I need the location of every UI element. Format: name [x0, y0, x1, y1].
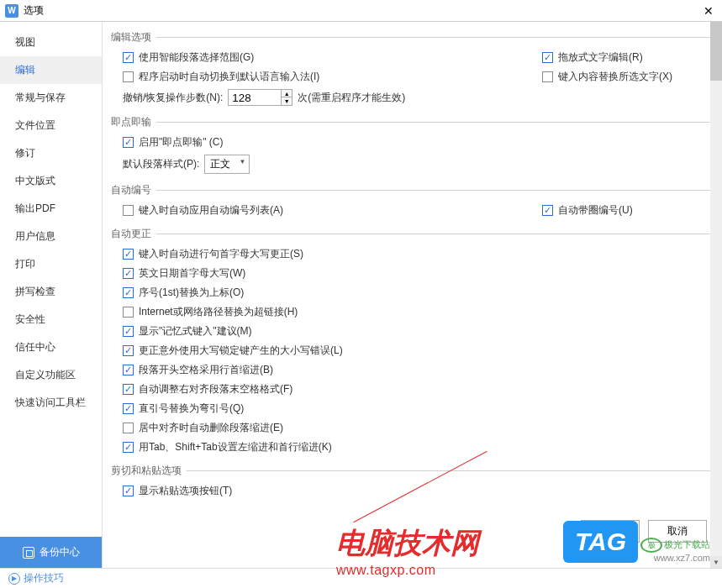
backup-icon	[23, 547, 34, 559]
window-title: 选项	[24, 3, 700, 18]
sidebar-item-security[interactable]: 安全性	[0, 306, 102, 333]
sidebar: 视图 编辑 常规与保存 文件位置 修订 中文版式 输出PDF 用户信息 打印 拼…	[0, 22, 103, 568]
checkbox-label: 键入内容替换所选文字(X)	[558, 70, 672, 84]
button-label: 确定	[600, 525, 620, 537]
content-panel: 编辑选项 使用智能段落选择范围(G) 拖放式文字编辑(R) 程序启动时自动切换到…	[103, 22, 722, 568]
group-title: 自动更正	[111, 227, 151, 241]
sidebar-label: 编辑	[15, 64, 35, 76]
undo-label: 撤销/恢复操作步数(N):	[123, 91, 223, 105]
group-autocorrect: 自动更正 键入时自动进行句首字母大写更正(S) 英文日期首字母大写(W) 序号(…	[111, 227, 710, 460]
checkbox-label: 更正意外使用大写锁定键产生的大小写错误(L)	[139, 344, 343, 358]
tips-link[interactable]: ▶ 操作技巧	[8, 571, 64, 585]
checkbox-cap-date[interactable]	[123, 268, 134, 279]
checkbox-show-paste-btn[interactable]	[123, 486, 134, 496]
sidebar-item-cjk[interactable]: 中文版式	[0, 167, 102, 195]
sidebar-label: 用户信息	[15, 230, 55, 242]
checkbox-memory[interactable]	[123, 326, 134, 337]
checkbox-replace-sel[interactable]	[542, 71, 553, 82]
checkbox-ordinal[interactable]	[123, 287, 134, 298]
titlebar: W 选项 ✕	[0, 0, 722, 22]
backup-label: 备份中心	[40, 545, 80, 559]
checkbox-smart-quote[interactable]	[123, 403, 134, 414]
sidebar-label: 快速访问工具栏	[15, 396, 86, 408]
group-title: 即点即输	[111, 115, 151, 129]
checkbox-capslock[interactable]	[123, 345, 134, 356]
checkbox-label: 序号(1st)替换为上标(O)	[139, 286, 244, 300]
checkbox-tab-indent[interactable]	[123, 442, 134, 453]
checkbox-del-indent[interactable]	[123, 423, 134, 433]
sidebar-item-spell[interactable]: 拼写检查	[0, 278, 102, 306]
sidebar-item-view[interactable]: 视图	[0, 29, 102, 56]
checkbox-label: 自动调整右对齐段落末空格格式(F)	[139, 382, 292, 396]
scrollbar[interactable]: ▲ ▼	[710, 22, 722, 568]
checkbox-drag-edit[interactable]	[542, 52, 553, 63]
checkbox-label: 程序启动时自动切换到默认语言输入法(I)	[139, 70, 319, 84]
ok-button[interactable]: 确定	[581, 520, 640, 543]
sidebar-label: 输出PDF	[15, 202, 55, 214]
backup-button[interactable]: 备份中心	[0, 537, 102, 568]
checkbox-smart-select[interactable]	[123, 52, 134, 63]
checkbox-label: 拖放式文字编辑(R)	[558, 50, 643, 65]
sidebar-label: 安全性	[15, 313, 45, 325]
checkbox-label: 启用"即点即输" (C)	[139, 135, 224, 150]
sidebar-item-userinfo[interactable]: 用户信息	[0, 223, 102, 250]
app-icon: W	[5, 4, 18, 18]
checkbox-label: 自动带圈编号(U)	[558, 203, 633, 218]
footer: ▶ 操作技巧	[0, 568, 722, 588]
sidebar-label: 信任中心	[15, 341, 55, 353]
sidebar-label: 中文版式	[15, 175, 55, 186]
style-label: 默认段落样式(P):	[123, 157, 199, 171]
sidebar-item-print[interactable]: 打印	[0, 250, 102, 278]
sidebar-item-edit[interactable]: 编辑	[0, 56, 102, 84]
undo-hint: 次(需重启程序才能生效)	[298, 91, 405, 105]
dialog-buttons: 确定 取消	[581, 520, 707, 543]
sidebar-item-qat[interactable]: 快速访问工具栏	[0, 389, 102, 417]
cancel-button[interactable]: 取消	[648, 520, 707, 543]
sidebar-item-trust[interactable]: 信任中心	[0, 333, 102, 361]
checkbox-label: Internet或网络路径替换为超链接(H)	[139, 305, 298, 319]
group-instant: 即点即输 启用"即点即输" (C) 默认段落样式(P): 正文	[111, 115, 710, 180]
group-autonum: 自动编号 键入时自动应用自动编号列表(A) 自动带圈编号(U)	[111, 183, 710, 223]
checkbox-indent-space[interactable]	[123, 365, 134, 375]
checkbox-circle-num[interactable]	[542, 205, 553, 216]
sidebar-label: 拼写检查	[15, 286, 55, 297]
button-label: 取消	[667, 525, 688, 537]
tips-label: 操作技巧	[24, 571, 64, 585]
scroll-down-icon[interactable]: ▼	[710, 556, 722, 568]
checkbox-label: 用Tab、Shift+Tab设置左缩进和首行缩进(K)	[139, 440, 332, 454]
sidebar-item-pdf[interactable]: 输出PDF	[0, 195, 102, 223]
checkbox-label: 使用智能段落选择范围(G)	[139, 50, 254, 65]
checkbox-cap-first[interactable]	[123, 249, 134, 260]
group-title: 自动编号	[111, 183, 151, 197]
checkbox-label: 显示"记忆式键入"建议(M)	[139, 324, 252, 339]
checkbox-hyperlink[interactable]	[123, 307, 134, 318]
sidebar-item-customize[interactable]: 自定义功能区	[0, 361, 102, 389]
group-paste: 剪切和粘贴选项 显示粘贴选项按钮(T)	[111, 464, 710, 504]
undo-steps-input[interactable]	[228, 89, 282, 106]
sidebar-label: 视图	[15, 36, 35, 48]
checkbox-label: 直引号替换为弯引号(Q)	[139, 402, 244, 416]
close-icon[interactable]: ✕	[700, 3, 717, 19]
checkbox-trim-space[interactable]	[123, 384, 134, 395]
group-title: 编辑选项	[111, 30, 151, 45]
undo-spinner[interactable]: ▲▼	[282, 89, 292, 106]
sidebar-item-revision[interactable]: 修订	[0, 139, 102, 167]
select-value: 正文	[210, 158, 230, 170]
help-icon: ▶	[8, 573, 20, 585]
sidebar-list: 视图 编辑 常规与保存 文件位置 修订 中文版式 输出PDF 用户信息 打印 拼…	[0, 22, 102, 537]
sidebar-label: 修订	[15, 147, 35, 159]
sidebar-label: 文件位置	[15, 119, 55, 131]
checkbox-apply-list[interactable]	[123, 205, 134, 216]
sidebar-item-general[interactable]: 常规与保存	[0, 84, 102, 112]
checkbox-label: 键入时自动应用自动编号列表(A)	[139, 203, 283, 218]
sidebar-label: 打印	[15, 258, 35, 270]
sidebar-label: 常规与保存	[15, 92, 66, 103]
default-style-select[interactable]: 正文	[204, 155, 250, 174]
sidebar-item-filelocation[interactable]: 文件位置	[0, 112, 102, 139]
checkbox-switch-ime[interactable]	[123, 71, 134, 82]
checkbox-label: 键入时自动进行句首字母大写更正(S)	[139, 247, 303, 261]
checkbox-label: 居中对齐时自动删除段落缩进(E)	[139, 421, 283, 435]
checkbox-instant-enable[interactable]	[123, 137, 134, 148]
sidebar-label: 自定义功能区	[15, 369, 76, 381]
scroll-thumb[interactable]	[710, 22, 722, 81]
